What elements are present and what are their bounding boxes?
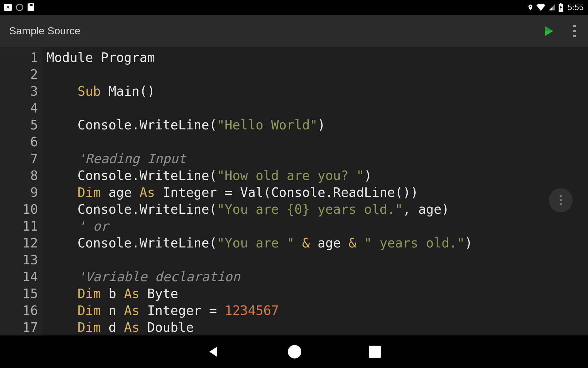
line-number: 1 bbox=[0, 49, 38, 66]
status-left-group: A bbox=[4, 3, 34, 11]
keyboard-app-icon: A bbox=[4, 4, 12, 11]
code-line[interactable] bbox=[47, 100, 588, 117]
status-clock: 5:55 bbox=[567, 3, 584, 12]
cell-signal-icon bbox=[548, 4, 556, 11]
line-number: 14 bbox=[0, 268, 38, 285]
triangle-back-icon bbox=[207, 345, 221, 358]
line-number: 16 bbox=[0, 302, 38, 319]
sd-card-icon bbox=[28, 3, 34, 11]
line-number: 8 bbox=[0, 167, 38, 184]
dot-icon bbox=[560, 195, 562, 197]
line-number: 4 bbox=[0, 100, 38, 117]
navigation-bar bbox=[0, 335, 588, 368]
code-line[interactable]: Dim age As Integer = Val(Console.ReadLin… bbox=[47, 184, 588, 201]
code-line[interactable]: 'Variable declaration bbox=[47, 268, 588, 285]
status-bar: A 5:55 bbox=[0, 0, 588, 15]
nav-home-button[interactable] bbox=[288, 345, 301, 358]
code-line[interactable]: Dim d As Double bbox=[47, 319, 588, 335]
line-number: 12 bbox=[0, 235, 38, 251]
status-right-group: 5:55 bbox=[527, 3, 584, 12]
code-editor[interactable]: 1234567891011121314151617 Module Program… bbox=[0, 47, 588, 335]
dot-icon bbox=[560, 203, 562, 205]
nav-back-button[interactable] bbox=[207, 345, 221, 358]
line-number: 5 bbox=[0, 117, 38, 133]
code-line[interactable]: Console.WriteLine("How old are you? ") bbox=[47, 167, 588, 184]
code-line[interactable] bbox=[47, 66, 588, 83]
editor-overflow-button[interactable] bbox=[549, 188, 573, 212]
code-line[interactable]: 'Reading Input bbox=[47, 150, 588, 167]
app-bar-actions bbox=[541, 24, 579, 38]
dot-icon bbox=[573, 25, 576, 27]
code-line[interactable] bbox=[47, 133, 588, 150]
code-line[interactable]: Console.WriteLine("You are {0} years old… bbox=[47, 201, 588, 218]
code-line[interactable] bbox=[47, 251, 588, 268]
dot-icon bbox=[573, 30, 576, 32]
app-bar: Sample Source bbox=[0, 15, 588, 47]
line-number: 3 bbox=[0, 83, 38, 100]
code-line[interactable]: Dim b As Byte bbox=[47, 285, 588, 302]
line-number: 10 bbox=[0, 201, 38, 218]
line-number: 17 bbox=[0, 319, 38, 335]
battery-charging-icon bbox=[558, 3, 563, 12]
code-line[interactable]: Console.WriteLine("Hello World") bbox=[47, 117, 588, 133]
dot-icon bbox=[573, 35, 576, 37]
code-line[interactable]: Module Program bbox=[47, 49, 588, 66]
line-number-gutter: 1234567891011121314151617 bbox=[0, 47, 43, 335]
line-number: 13 bbox=[0, 251, 38, 268]
line-number: 7 bbox=[0, 150, 38, 167]
line-number: 9 bbox=[0, 184, 38, 201]
line-number: 15 bbox=[0, 285, 38, 302]
line-number: 2 bbox=[0, 66, 38, 83]
location-icon bbox=[527, 3, 534, 12]
code-line[interactable]: ' or bbox=[47, 218, 588, 235]
app-title: Sample Source bbox=[9, 25, 80, 37]
code-area[interactable]: Module Program Sub Main() Console.WriteL… bbox=[43, 47, 588, 335]
run-button[interactable] bbox=[541, 24, 555, 38]
line-number: 6 bbox=[0, 133, 38, 150]
record-icon bbox=[16, 4, 23, 11]
svg-rect-1 bbox=[560, 3, 562, 4]
code-line[interactable]: Dim n As Integer = 1234567 bbox=[47, 302, 588, 319]
line-number: 11 bbox=[0, 218, 38, 235]
code-line[interactable]: Sub Main() bbox=[47, 83, 588, 100]
nav-recent-button[interactable] bbox=[369, 346, 381, 358]
play-icon bbox=[541, 24, 555, 38]
code-line[interactable]: Console.WriteLine("You are " & age & " y… bbox=[47, 235, 588, 251]
overflow-menu-button[interactable] bbox=[573, 25, 576, 37]
wifi-icon bbox=[536, 4, 545, 11]
dot-icon bbox=[560, 199, 562, 201]
